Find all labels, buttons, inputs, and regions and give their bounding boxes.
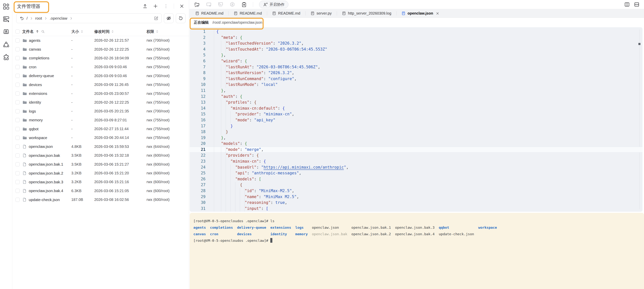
file-row[interactable]: openclaw.json.bak.13.5KB2026-03-06 15:21… (12, 160, 189, 168)
code-line[interactable]: 29 "name": "MiniMax M2.5", (190, 194, 642, 200)
hexagon-icon[interactable] (230, 2, 235, 8)
code-line[interactable]: 13 "profiles": { (190, 100, 642, 106)
row-checkbox[interactable] (16, 47, 20, 51)
sort-icon[interactable] (80, 30, 84, 34)
sort-icon[interactable] (155, 30, 159, 34)
code-line[interactable]: 22 "providers": { (190, 152, 642, 158)
tmux-icon[interactable]: Tmux (218, 2, 224, 8)
code-line[interactable]: 26 "models": [ (190, 176, 642, 182)
column-header-name[interactable]: 文件名 (22, 29, 71, 34)
code-line[interactable]: 12"auth": { (190, 94, 642, 100)
file-row[interactable]: qqbot-2026-02-27 15:11:44rwx (755/root) (12, 124, 189, 133)
row-checkbox[interactable] (16, 180, 20, 184)
file-row[interactable]: delivery-queue-2026-03-09 9:03:46rwx (70… (12, 72, 189, 80)
file-row[interactable]: memory-2026-03-09 8:27:01rwx (755/root) (12, 116, 189, 124)
code-line[interactable]: 28 "id": "MiniMax-M2.5", (190, 188, 642, 194)
code-line[interactable]: 24 "baseUrl": "https://api.minimaxi.com/… (190, 164, 642, 170)
code-line[interactable]: 3 "lastTouchedVersion": "2026.3.2", (190, 40, 642, 46)
code-line[interactable]: 25 "api": "anthropic-messages", (190, 170, 642, 176)
column-header-perm[interactable]: 权限 (146, 29, 189, 34)
code-line[interactable]: 19}, (190, 135, 642, 141)
file-row[interactable]: update-check.json187.0B2026-03-08 16:02:… (12, 195, 189, 204)
file-row[interactable]: agents-2026-02-26 12:21:57rwx (700/root) (12, 36, 189, 45)
close-icon[interactable] (179, 4, 184, 9)
file-row[interactable]: canvas-2026-02-26 12:22:25rwx (755/root) (12, 45, 189, 54)
code-line[interactable]: 21 "mode": "merge", (190, 147, 642, 153)
row-checkbox[interactable] (16, 198, 20, 202)
row-checkbox[interactable] (16, 83, 20, 87)
editor-tab[interactable]: README.md (228, 9, 267, 18)
edit-icon[interactable] (154, 16, 158, 21)
column-header-mtime[interactable]: 修改时间 (94, 29, 146, 34)
file-row[interactable]: workspace-2026-03-06 20:44:14rwx (755/ro… (12, 133, 189, 142)
editor-tab[interactable]: http_server_20260309.log (337, 9, 396, 18)
file-row[interactable]: openclaw.json.bak.46.3KB2026-03-06 15:21… (12, 186, 189, 195)
editor-tab[interactable]: README.md (190, 9, 228, 18)
row-checkbox[interactable] (16, 92, 20, 96)
code-line[interactable]: 10 "lastRunMode": "local" (190, 82, 642, 88)
code-line[interactable]: 5}, (190, 52, 642, 58)
code-line[interactable]: 11}, (190, 88, 642, 94)
select-all-checkbox[interactable] (16, 30, 20, 34)
code-line[interactable]: 27 { (190, 182, 642, 188)
row-checkbox[interactable] (16, 171, 20, 175)
row-checkbox[interactable] (16, 162, 20, 166)
column-header-size[interactable]: 大小 (71, 29, 94, 34)
split-columns-icon[interactable] (624, 2, 630, 7)
row-checkbox[interactable] (16, 136, 20, 140)
upload-icon[interactable] (142, 4, 148, 9)
file-row[interactable]: openclaw.json4.8KB2026-03-06 15:59:53rwx… (12, 142, 189, 151)
sort-icon[interactable] (111, 30, 114, 34)
code-line[interactable]: 16 "mode": "api_key" (190, 117, 642, 123)
row-checkbox[interactable] (16, 56, 20, 60)
file-row[interactable]: completions-2026-02-26 18:04:09rwx (755/… (12, 54, 189, 62)
apps-grid-icon[interactable] (2, 3, 10, 10)
file-row[interactable]: devices-2026-03-09 11:26:45rwx (755/root… (12, 80, 189, 89)
storage-drive-icon[interactable] (2, 28, 10, 36)
code-line[interactable]: 1{ (190, 29, 642, 35)
file-row[interactable]: identity-2026-02-26 12:22:25rwx (755/roo… (12, 98, 189, 107)
search-icon[interactable] (41, 30, 45, 34)
refresh-button[interactable] (176, 14, 186, 23)
share-network-icon[interactable] (2, 41, 10, 48)
screen-record-icon[interactable] (241, 2, 247, 8)
row-checkbox[interactable] (16, 189, 20, 193)
file-row[interactable]: openclaw.json.bak.23.2KB2026-03-06 15:21… (12, 169, 189, 178)
server-flow-icon[interactable] (2, 16, 10, 23)
code-line[interactable]: 31 "input": [ (190, 206, 642, 212)
code-line[interactable]: 6"wizard": { (190, 58, 642, 64)
close-icon[interactable] (436, 12, 440, 15)
code-line[interactable]: 7 "lastRunAt": "2026-03-06T06:54:45.506Z… (190, 64, 642, 70)
split-rows-icon[interactable] (634, 2, 640, 7)
file-row[interactable]: cron-2026-03-09 9:03:46rwx (755/root) (12, 62, 189, 71)
sftp-icon[interactable]: SFTP (194, 2, 200, 8)
start-collaboration-button[interactable]: 开启协作 (259, 1, 288, 8)
undo-icon[interactable] (20, 16, 24, 21)
row-checkbox[interactable] (16, 38, 20, 42)
file-row[interactable]: extensions-2026-03-05 23:00:57rwx (755/r… (12, 89, 189, 98)
breadcrumb-segment-root[interactable]: root (35, 16, 42, 20)
puzzle-icon[interactable] (2, 54, 10, 61)
breadcrumb-segment-root-slash[interactable]: / (26, 16, 28, 20)
code-line[interactable]: 15 "provider": "minimax-cn", (190, 111, 642, 117)
code-line[interactable]: 18 } (190, 129, 642, 135)
row-checkbox[interactable] (16, 154, 20, 158)
row-checkbox[interactable] (16, 144, 20, 148)
code-line[interactable]: 14 "minimax-cn:default": { (190, 106, 642, 112)
toggle-hidden-files-button[interactable] (164, 14, 174, 23)
editor-tab[interactable]: server.py (306, 9, 337, 18)
row-checkbox[interactable] (16, 65, 20, 69)
code-line[interactable]: 9 "lastRunCommand": "configure", (190, 76, 642, 82)
breadcrumb-segment-openclaw[interactable]: .openclaw (50, 16, 68, 20)
file-row[interactable]: openclaw.json.bak3.5KB2026-03-06 15:32:1… (12, 151, 189, 160)
file-row[interactable]: openclaw.json.bak.33.2KB2026-03-06 15:21… (12, 178, 189, 186)
kebab-menu-icon[interactable] (163, 4, 168, 9)
code-editor[interactable]: 1{2"meta": {3 "lastTouchedVersion": "202… (190, 27, 642, 212)
arrow-up-icon[interactable] (35, 30, 40, 34)
monitor-x-icon[interactable] (206, 2, 212, 8)
code-line[interactable]: 17 } (190, 123, 642, 129)
row-checkbox[interactable] (16, 100, 20, 104)
code-line[interactable]: 8 "lastRunVersion": "2026.3.2", (190, 70, 642, 76)
code-line[interactable]: 23 "minimax-cn": { (190, 158, 642, 164)
editor-tab[interactable]: README.md (267, 9, 306, 18)
